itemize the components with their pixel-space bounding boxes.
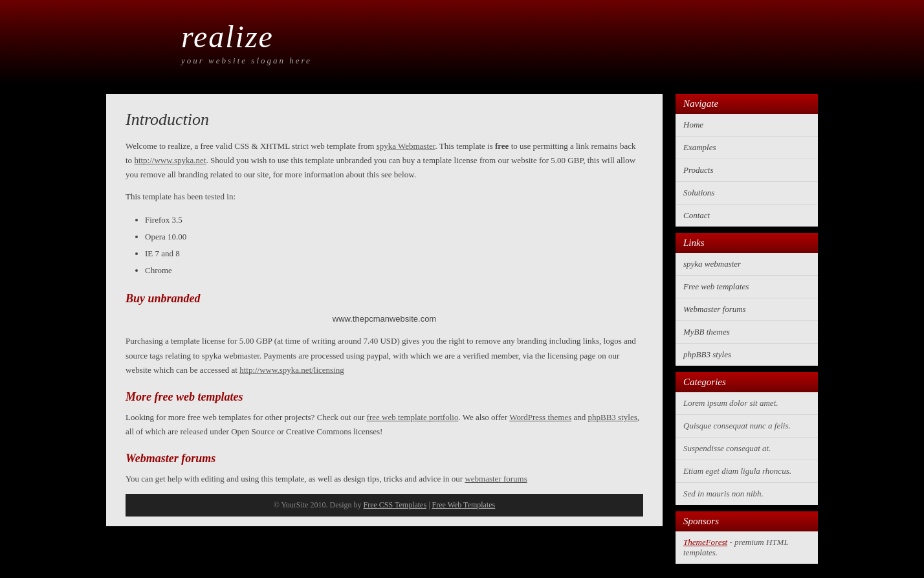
webmaster-paragraph: You can get help with editing and using … — [126, 472, 643, 486]
cat-item-2: Quisque consequat nunc a felis. — [676, 415, 818, 438]
more-p-middle: . We also offer — [458, 412, 509, 422]
link-free-web-templates[interactable]: Free web templates — [676, 276, 818, 298]
watermark-text: www.thepcmanwebsite.com — [126, 312, 643, 326]
cat-item-5: Sed in mauris non nibh. — [676, 483, 818, 505]
more-heading: More free web templates — [126, 390, 643, 404]
more-paragraph: Looking for more free web templates for … — [126, 410, 643, 439]
more-p-and: and — [571, 412, 588, 422]
link-spyka-webmaster[interactable]: spyka webmaster — [676, 253, 818, 276]
site-header: realize your website slogan here — [0, 0, 924, 84]
free-bold: free — [495, 141, 509, 151]
navigate-heading: Navigate — [676, 94, 818, 114]
buy-paragraph: Purchasing a template license for 5.00 G… — [126, 334, 643, 377]
link-webmaster-forums[interactable]: Webmaster forums — [676, 298, 818, 321]
webmaster-forums-link[interactable]: webmaster forums — [465, 474, 527, 484]
nav-item-home[interactable]: Home — [676, 114, 818, 137]
link-mybb-themes[interactable]: MyBB themes — [676, 321, 818, 344]
list-item: Opera 10.00 — [145, 228, 643, 245]
links-heading: Links — [676, 233, 818, 253]
nav-item-solutions[interactable]: Solutions — [676, 182, 818, 205]
footer-text: © YourSite 2010. Design by — [274, 500, 364, 509]
portfolio-link[interactable]: free web template portfolio — [367, 412, 459, 422]
link-phpbb3-styles[interactable]: phpBB3 styles — [676, 344, 818, 366]
nav-item-contact[interactable]: Contact — [676, 205, 818, 227]
phpbb3-styles-link[interactable]: phpBB3 styles — [588, 412, 637, 422]
webmaster-p-before: You can get help with editing and using … — [126, 474, 465, 484]
categories-box: Categories Lorem ipsum dolor sit amet. Q… — [676, 372, 818, 505]
intro-paragraph-1: Welcome to realize, a free valid CSS & X… — [126, 139, 643, 182]
spyka-licensing-link[interactable]: http://www.spyka.net/licensing — [239, 365, 344, 375]
buy-p-text: Purchasing a template license for 5.00 G… — [126, 336, 636, 374]
sponsor-item-1: ThemeForest - premium HTML templates. — [676, 531, 818, 564]
buy-heading: Buy unbranded — [126, 292, 643, 306]
list-item: IE 7 and 8 — [145, 245, 643, 262]
free-web-templates-link[interactable]: Free Web Templates — [432, 500, 496, 509]
links-box: Links spyka webmaster Free web templates… — [676, 233, 818, 366]
spyka-webmaster-link[interactable]: spyka Webmaster — [377, 141, 435, 151]
sponsors-heading: Sponsors — [676, 511, 818, 531]
footer-sep: | — [426, 500, 432, 509]
wordpress-themes-link[interactable]: WordPress themes — [509, 412, 571, 422]
tested-paragraph: This template has been tested in: — [126, 190, 643, 204]
page-footer: © YourSite 2010. Design by Free CSS Temp… — [126, 494, 643, 517]
free-css-templates-link[interactable]: Free CSS Templates — [364, 500, 427, 509]
sponsors-box: Sponsors ThemeForest - premium HTML temp… — [676, 511, 818, 564]
more-p-before: Looking for more free web templates for … — [126, 412, 367, 422]
cat-item-3: Suspendisse consequat at. — [676, 438, 818, 460]
site-slogan: your website slogan here — [181, 56, 312, 66]
list-item: Chrome — [145, 262, 643, 279]
intro-heading: Introduction — [126, 110, 643, 129]
page-wrapper: Introduction Welcome to realize, a free … — [106, 84, 818, 578]
site-title: realize — [181, 19, 312, 54]
webmaster-heading: Webmaster forums — [126, 452, 643, 465]
cat-item-4: Etiam eget diam ligula rhoncus. — [676, 460, 818, 483]
intro-p1-before-link: Welcome to realize, a free valid CSS & X… — [126, 141, 377, 151]
spyka-net-link[interactable]: http://www.spyka.net — [134, 155, 206, 165]
themeforest-link[interactable]: ThemeForest — [683, 537, 727, 547]
cat-item-1: Lorem ipsum dolor sit amet. — [676, 392, 818, 415]
intro-p1-after-link: . This template is — [435, 141, 492, 151]
nav-item-products[interactable]: Products — [676, 159, 818, 182]
nav-item-examples[interactable]: Examples — [676, 137, 818, 159]
browser-list: Firefox 3.5 Opera 10.00 IE 7 and 8 Chrom… — [145, 212, 643, 279]
navigate-box: Navigate Home Examples Products Solution… — [676, 94, 818, 227]
main-content: Introduction Welcome to realize, a free … — [106, 94, 663, 526]
sidebar: Navigate Home Examples Products Solution… — [676, 94, 818, 567]
list-item: Firefox 3.5 — [145, 212, 643, 228]
categories-heading: Categories — [676, 372, 818, 392]
